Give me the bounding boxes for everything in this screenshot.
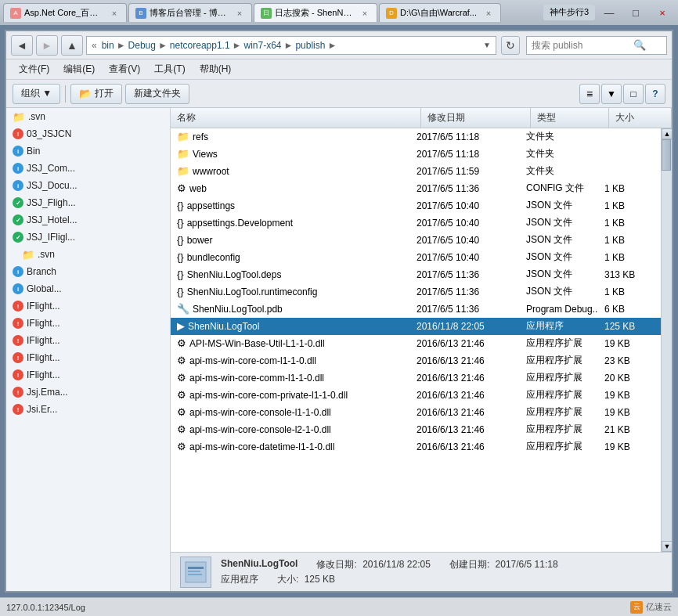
json-icon: {} (177, 200, 184, 211)
table-row[interactable]: ⚙ API-MS-Win-Base-Util-L1-1-0.dll 2016/6… (171, 335, 661, 352)
left-panel-jsjdoc[interactable]: i JSJ_Docu... (6, 177, 170, 194)
left-panel-jsjiflight[interactable]: ✓ JSJ_IFligl... (6, 229, 170, 246)
file-size-cell: 20 KB (598, 373, 661, 384)
left-panel-iflight4[interactable]: ! IFlight... (6, 349, 170, 366)
table-row[interactable]: {} appsettings 2017/6/5 10:40 JSON 文件 1 … (171, 197, 661, 214)
status-type: 应用程序 (221, 573, 258, 586)
tab2-close[interactable]: × (234, 8, 245, 19)
menu-help[interactable]: 帮助(H) (193, 60, 238, 78)
table-row[interactable]: {} ShenNiu.LogTool.runtimeconfig 2017/6/… (171, 283, 661, 301)
tab1-close[interactable]: × (109, 8, 120, 19)
left-panel-iflight3[interactable]: ! IFlight... (6, 332, 170, 349)
left-panel-global[interactable]: i Global... (6, 280, 170, 297)
menu-tools[interactable]: 工具(T) (148, 60, 191, 78)
file-date-cell: 2016/11/8 22:05 (410, 321, 520, 332)
search-input[interactable] (532, 40, 633, 51)
view-dropdown-button[interactable]: ▼ (601, 84, 622, 104)
tab-2[interactable]: B 博客后台管理 - 博客... × (128, 3, 252, 22)
breadcrumb-win7[interactable]: win7-x64 (243, 40, 281, 51)
breadcrumb-debug[interactable]: Debug (128, 40, 156, 51)
organize-button[interactable]: 组织 ▼ (13, 84, 60, 104)
table-row[interactable]: ⚙ api-ms-win-core-com-private-l1-1-0.dll… (171, 387, 661, 404)
file-type-cell: JSON 文件 (520, 233, 598, 247)
tab3-close[interactable]: × (359, 8, 370, 19)
up-button[interactable]: ▲ (61, 35, 83, 56)
table-row[interactable]: ⚙ api-ms-win-core-com-l1-1-0.dll 2016/6/… (171, 352, 661, 369)
left-item-label: IFlight... (27, 352, 60, 363)
view-panel-button[interactable]: □ (623, 84, 644, 104)
col-header-name[interactable]: 名称 (171, 108, 421, 128)
left-panel-iflight2[interactable]: ! IFlight... (6, 315, 170, 332)
left-panel-jsjema[interactable]: ! Jsj.Ema... (6, 384, 170, 401)
close-button[interactable]: × (650, 5, 675, 20)
scroll-thumb[interactable] (662, 139, 671, 171)
dropdown-arrow[interactable]: ▼ (483, 41, 491, 49)
table-row[interactable]: 📁 wwwroot 2017/6/5 11:59 文件夹 (171, 163, 661, 180)
left-panel-03jsjcn[interactable]: ! 03_JSJCN (6, 125, 170, 142)
back-button[interactable]: ◄ (11, 35, 33, 56)
left-panel-jsjhotel[interactable]: ✓ JSJ_Hotel... (6, 211, 170, 229)
col-header-date[interactable]: 修改日期 (421, 108, 531, 128)
file-type-cell: 应用程序扩展 (520, 354, 598, 367)
table-row[interactable]: ⚙ api-ms-win-core-comm-l1-1-0.dll 2016/6… (171, 369, 661, 387)
table-row[interactable]: {} bundleconfig 2017/6/5 10:40 JSON 文件 1… (171, 249, 661, 266)
table-row[interactable]: ⚙ api-ms-win-core-datetime-l1-1-0.dll 20… (171, 438, 661, 456)
table-row[interactable]: ⚙ web 2017/6/5 11:36 CONFIG 文件 1 KB (171, 180, 661, 197)
open-button[interactable]: 📂 打开 (70, 84, 122, 104)
scroll-up-button[interactable]: ▲ (662, 128, 672, 139)
search-bar: 🔍 (526, 36, 667, 55)
indicator-green: ✓ (13, 214, 23, 225)
table-row[interactable]: ▶ ShenNiu.LogTool 2016/11/8 22:05 应用程序 1… (171, 318, 661, 335)
breadcrumb-bin[interactable]: bin (102, 40, 114, 51)
left-panel-svn2[interactable]: 📁 .svn (6, 246, 170, 263)
left-item-label: Bin (27, 146, 40, 157)
table-row[interactable]: {} ShenNiu.LogTool.deps 2017/6/5 11:36 J… (171, 266, 661, 283)
left-panel-jsjflight[interactable]: ✓ JSJ_Fligh... (6, 194, 170, 211)
help-button[interactable]: ? (645, 84, 665, 104)
table-row[interactable]: 📁 refs 2017/6/5 11:18 文件夹 (171, 128, 661, 146)
left-panel-iflight1[interactable]: ! IFlight... (6, 297, 170, 315)
minimize-button[interactable]: — (597, 5, 622, 20)
left-panel-jsjcom[interactable]: i JSJ_Com... (6, 160, 170, 177)
menu-file[interactable]: 文件(F) (13, 60, 56, 78)
left-panel-bin[interactable]: i Bin (6, 142, 170, 160)
forward-button[interactable]: ► (36, 35, 58, 56)
file-size-cell: 6 KB (598, 304, 661, 315)
new-folder-button[interactable]: 新建文件夹 (125, 84, 189, 104)
menu-edit[interactable]: 编辑(E) (57, 60, 101, 78)
tab-4[interactable]: D D:\G\自由\Warcraf... × (379, 3, 501, 22)
scrollbar[interactable]: ▲ ▼ (661, 128, 672, 552)
file-name-cell: {} ShenNiu.LogTool.deps (171, 268, 410, 280)
file-name-label: API-MS-Win-Base-Util-L1-1-0.dll (189, 338, 325, 349)
refresh-button[interactable]: ↻ (501, 36, 520, 55)
breadcrumb-netcore[interactable]: netcoreapp1.1 (170, 40, 230, 51)
view-list-button[interactable]: ≡ (579, 84, 600, 104)
file-date-cell: 2017/6/5 11:36 (410, 286, 520, 297)
table-row[interactable]: {} bower 2017/6/5 10:40 JSON 文件 1 KB (171, 232, 661, 249)
table-row[interactable]: 🔧 ShenNiu.LogTool.pdb 2017/6/5 11:36 Pro… (171, 301, 661, 318)
scroll-down-button[interactable]: ▼ (662, 541, 672, 552)
col-header-size[interactable]: 大小 (609, 108, 672, 128)
tab-3[interactable]: 日 日志搜索 - ShenNiu... × (254, 3, 377, 22)
left-panel-branch[interactable]: i Branch (6, 263, 170, 280)
tab4-close[interactable]: × (483, 8, 494, 19)
tab-1[interactable]: A Asp.Net Core_百度... × (3, 3, 127, 22)
search-icon: 🔍 (633, 39, 646, 51)
left-panel-iflight5[interactable]: ! IFlight... (6, 366, 170, 384)
left-item-label: IFlight... (27, 301, 60, 312)
logo-icon: 云 (630, 601, 643, 614)
table-row[interactable]: ⚙ api-ms-win-core-console-l1-1-0.dll 201… (171, 404, 661, 421)
left-panel-svn1[interactable]: 📁 .svn (6, 108, 170, 125)
tab3-favicon: 日 (261, 8, 272, 19)
maximize-button[interactable]: □ (623, 5, 648, 20)
file-type-cell: 应用程序扩展 (520, 371, 598, 384)
table-row[interactable]: ⚙ api-ms-win-core-console-l2-1-0.dll 201… (171, 421, 661, 438)
scroll-track[interactable] (662, 139, 672, 541)
table-row[interactable]: {} appsettings.Development 2017/6/5 10:4… (171, 214, 661, 232)
breadcrumb-publish[interactable]: publish (295, 40, 325, 51)
menu-view[interactable]: 查看(V) (103, 60, 146, 78)
left-panel-jsjer[interactable]: ! Jsi.Er... (6, 401, 170, 418)
col-header-type[interactable]: 类型 (531, 108, 609, 128)
table-row[interactable]: 📁 Views 2017/6/5 11:18 文件夹 (171, 146, 661, 163)
address-bar[interactable]: « bin ► Debug ► netcoreapp1.1 ► win7-x64… (86, 36, 496, 55)
